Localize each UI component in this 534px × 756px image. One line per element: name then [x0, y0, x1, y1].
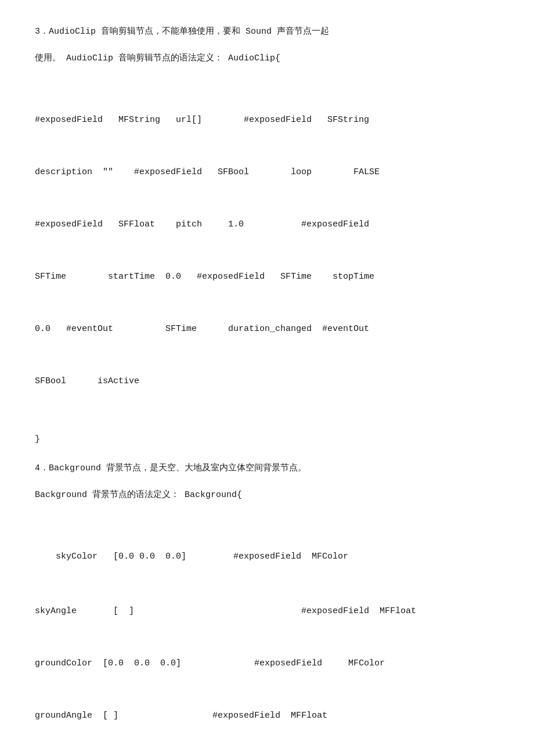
section-4-code-block1: skyColor [0.0 0.0 0.0] #exposedField MFC… [35, 513, 499, 756]
code-line-3: #exposedField SFFloat pitch 1.0 #exposed… [35, 216, 499, 233]
code-line-4: SFTime startTime 0.0 #exposedField SFTim… [35, 268, 499, 286]
code-line-1: #exposedField MFString url[] #exposedFie… [35, 111, 499, 129]
ground-angle-row: groundAngle [ ] #exposedField MFFloat [35, 707, 499, 725]
code-line-5: 0.0 #eventOut SFTime duration_changed #e… [35, 321, 499, 338]
code-line-6: SFBool isActive [35, 373, 499, 390]
section-3: 3．AudioClip 音响剪辑节点，不能单独使用，要和 Sound 声音节点一… [35, 23, 499, 448]
ground-color-row: groundColor [0.0 0.0 0.0] #exposedField … [35, 655, 499, 672]
code-line-2: description "" #exposedField SFBool loop… [35, 164, 499, 181]
section-3-title-line1: 3．AudioClip 音响剪辑节点，不能单独使用，要和 Sound 声音节点一… [35, 23, 499, 41]
section-4-title-line1: 4．Background 背景节点，是天空、大地及室内立体空间背景节点。 [35, 460, 499, 477]
sky-color-row: skyColor [0.0 0.0 0.0] #exposedField MFC… [35, 548, 499, 566]
section-3-closing: } [35, 431, 499, 448]
section-4-title-line2: Background 背景节点的语法定义： Background{ [35, 487, 499, 504]
section-4: 4．Background 背景节点，是天空、大地及室内立体空间背景节点。 Bac… [35, 460, 499, 756]
section-3-title-line2: 使用。 AudioClip 音响剪辑节点的语法定义： AudioClip{ [35, 50, 499, 67]
page-content: 3．AudioClip 音响剪辑节点，不能单独使用，要和 Sound 声音节点一… [35, 23, 499, 756]
section-3-code: #exposedField MFString url[] #exposedFie… [35, 77, 499, 425]
sky-angle-row: skyAngle [ ] #exposedField MFFloat [35, 603, 499, 620]
